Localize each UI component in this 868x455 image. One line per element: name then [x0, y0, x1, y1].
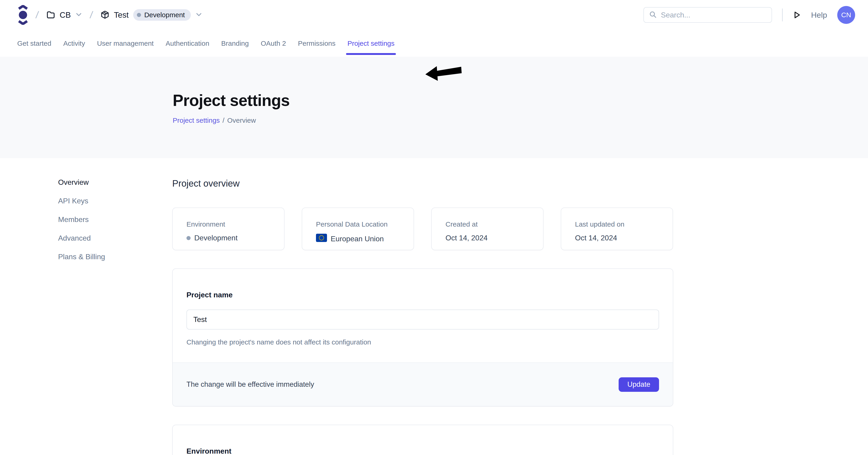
environment-card-body: Environment Development [173, 425, 673, 455]
settings-sidebar: Overview API Keys Members Advanced Plans… [58, 158, 172, 455]
topbar: / CB / Test Development [0, 0, 868, 30]
project-switcher[interactable]: Test Development [100, 9, 202, 21]
info-card-value: Development [186, 234, 275, 242]
sidebar-item-plans-billing[interactable]: Plans & Billing [58, 253, 105, 261]
project-name-card: Project name Changing the project's name… [172, 268, 673, 406]
project-name-card-footer: The change will be effective immediately… [173, 362, 673, 406]
tab-activity[interactable]: Activity [63, 30, 85, 57]
tab-branding[interactable]: Branding [221, 30, 249, 57]
info-card-value: European Union [316, 234, 404, 244]
search-input[interactable] [661, 11, 767, 19]
environment-card: Environment Development [172, 425, 673, 455]
section-title: Project overview [172, 178, 673, 189]
topbar-breadcrumb: / CB / Test Development [18, 5, 202, 25]
play-icon[interactable] [793, 11, 801, 19]
info-cards-row: Environment Development Personal Data Lo… [172, 207, 673, 250]
chevron-down-icon [75, 12, 82, 18]
project-name-label: Project name [186, 291, 659, 299]
project-name-helper: Changing the project's name does not aff… [186, 338, 659, 362]
info-card-label: Created at [445, 220, 534, 228]
info-card-created-at: Created at Oct 14, 2024 [431, 207, 544, 250]
user-avatar[interactable]: CN [837, 6, 855, 24]
folder-icon [46, 11, 55, 19]
tab-permissions[interactable]: Permissions [298, 30, 336, 57]
tab-oauth2[interactable]: OAuth 2 [260, 30, 286, 57]
chevron-down-icon [195, 12, 202, 18]
breadcrumb-separator: / [222, 116, 224, 124]
environment-label: Environment [186, 447, 659, 455]
info-card-value: Oct 14, 2024 [445, 234, 534, 242]
data-location-value: European Union [331, 235, 384, 243]
app-logo-icon[interactable] [18, 5, 28, 25]
help-link[interactable]: Help [811, 10, 827, 20]
project-name-card-body: Project name Changing the project's name… [173, 269, 673, 362]
breadcrumb-slash: / [35, 9, 39, 21]
main-nav-tabs: Get started Activity User management Aut… [0, 30, 868, 57]
page-title: Project settings [173, 91, 868, 110]
created-at-value: Oct 14, 2024 [445, 234, 488, 242]
sidebar-item-members[interactable]: Members [58, 215, 89, 224]
tab-get-started[interactable]: Get started [17, 30, 51, 57]
breadcrumb-link-project-settings[interactable]: Project settings [173, 116, 220, 124]
info-card-data-location: Personal Data Location [302, 207, 414, 250]
tab-authentication[interactable]: Authentication [165, 30, 209, 57]
info-card-label: Personal Data Location [316, 220, 404, 228]
project-name: Test [114, 10, 129, 20]
search-icon [649, 10, 657, 19]
environment-badge: Development [133, 9, 191, 21]
info-card-label: Environment [186, 220, 275, 228]
breadcrumb: Project settings / Overview [173, 116, 868, 124]
main-panel: Project overview Environment Development… [172, 158, 673, 455]
info-card-last-updated: Last updated on Oct 14, 2024 [561, 207, 673, 250]
package-icon [100, 10, 109, 20]
topbar-divider [782, 8, 782, 21]
project-name-input[interactable] [186, 310, 659, 330]
last-updated-value: Oct 14, 2024 [575, 234, 617, 242]
tab-project-settings[interactable]: Project settings [347, 30, 395, 57]
environment-badge-label: Development [144, 11, 185, 19]
topbar-actions: Help CN [644, 6, 855, 24]
breadcrumb-slash: / [89, 9, 93, 21]
tab-user-management[interactable]: User management [97, 30, 154, 57]
sidebar-item-api-keys[interactable]: API Keys [58, 197, 88, 205]
search-box[interactable] [644, 7, 772, 23]
update-button[interactable]: Update [619, 377, 659, 392]
sidebar-item-overview[interactable]: Overview [58, 178, 89, 187]
info-card-environment: Environment Development [172, 207, 284, 250]
breadcrumb-current: Overview [227, 116, 256, 124]
status-dot [186, 236, 191, 240]
org-switcher[interactable]: CB [46, 10, 83, 20]
content-area: Overview API Keys Members Advanced Plans… [0, 158, 868, 455]
org-name: CB [60, 10, 71, 20]
eu-flag-icon [316, 234, 327, 244]
info-card-value: Oct 14, 2024 [575, 234, 663, 242]
page-header: Project settings Project settings / Over… [0, 57, 868, 158]
info-card-label: Last updated on [575, 220, 663, 228]
sidebar-item-advanced[interactable]: Advanced [58, 234, 91, 243]
status-dot [137, 13, 141, 17]
footer-note: The change will be effective immediately [186, 380, 314, 389]
environment-value: Development [194, 234, 238, 242]
